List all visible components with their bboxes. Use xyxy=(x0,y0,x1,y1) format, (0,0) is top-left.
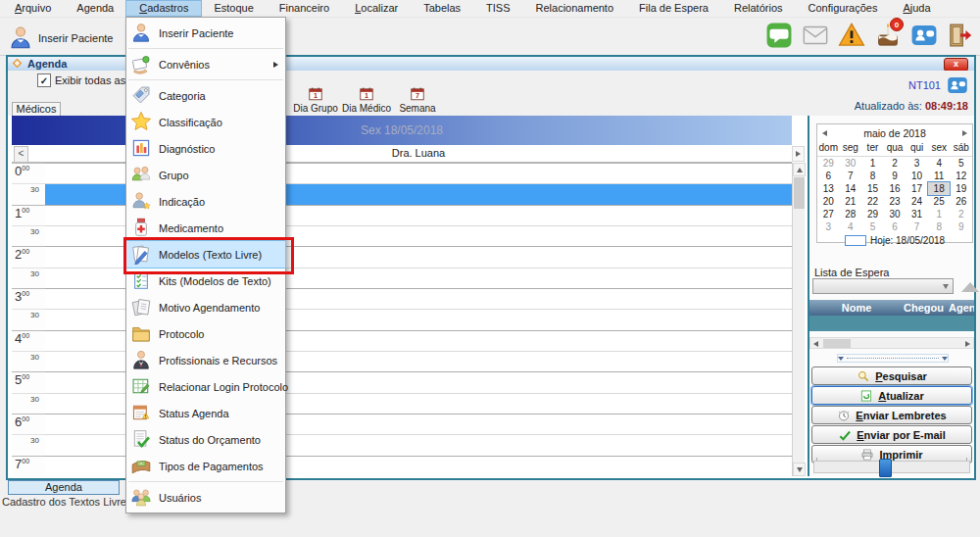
calendar-day[interactable]: 2 xyxy=(884,157,906,170)
calendar-day[interactable]: 2 xyxy=(950,208,972,220)
zoom-slider[interactable] xyxy=(813,461,970,473)
calendar-day[interactable]: 7 xyxy=(906,220,928,233)
calendar-day[interactable]: 15 xyxy=(861,182,884,195)
next-month-button[interactable] xyxy=(962,130,967,136)
menubar-item-configura-es[interactable]: Configurações xyxy=(796,1,891,16)
calendar-day[interactable]: 9 xyxy=(884,170,906,182)
calendar-day[interactable]: 24 xyxy=(906,195,928,208)
scroll-right-button[interactable] xyxy=(792,146,805,162)
calendar-day[interactable]: 10 xyxy=(906,170,928,182)
calendar-day[interactable]: 5 xyxy=(861,220,884,233)
calendar-day[interactable]: 12 xyxy=(950,170,972,182)
calendar-day[interactable]: 11 xyxy=(928,170,951,182)
calendar-day[interactable]: 4 xyxy=(840,220,862,233)
panel-splitter[interactable] xyxy=(837,354,949,363)
calendar-day[interactable]: 20 xyxy=(817,195,840,208)
birthday-icon-button[interactable]: 0 xyxy=(869,19,906,52)
menubar-item-fila-de-espera[interactable]: Fila de Espera xyxy=(626,1,721,16)
calendar-day[interactable]: 7 xyxy=(840,170,862,182)
enviar-lembretes-button[interactable]: Enviar Lembretes xyxy=(811,406,972,424)
view-button-semana[interactable]: 7Semana xyxy=(392,86,443,114)
calendar-day[interactable]: 16 xyxy=(884,182,906,195)
menu-item-grupo[interactable]: Grupo xyxy=(126,162,285,188)
menubar-item-estoque[interactable]: Estoque xyxy=(201,1,266,16)
menu-item-inserir-paciente[interactable]: Inserir Paciente xyxy=(126,20,285,46)
menu-item-motivo-agendamento[interactable]: Motivo Agendamento xyxy=(126,294,285,320)
menubar-item-agenda[interactable]: Agenda xyxy=(64,1,126,16)
menu-item-diagn-stico[interactable]: Diagnóstico xyxy=(126,135,285,162)
exit-icon-button[interactable] xyxy=(942,19,978,52)
calendar-day[interactable]: 3 xyxy=(906,157,928,170)
menubar-item-arquivo[interactable]: Arquivo xyxy=(2,1,64,16)
calendar-day[interactable]: 8 xyxy=(928,220,951,233)
menu-item-usu-rios[interactable]: Usuários xyxy=(126,484,285,511)
menu-item-categoria[interactable]: Categoria xyxy=(126,82,285,109)
menubar-item-tabelas[interactable]: Tabelas xyxy=(411,1,473,16)
calendar-day[interactable]: 6 xyxy=(817,170,840,182)
calendar-day[interactable]: 9 xyxy=(950,220,972,233)
menu-item-profissionais-e-recursos[interactable]: Profissionais e Recursos xyxy=(126,347,285,373)
menu-item-kits-modelos-de-texto-[interactable]: Kits (Modelos de Texto) xyxy=(126,268,285,294)
menu-item-protocolo[interactable]: Protocolo xyxy=(126,320,285,347)
calendar-day[interactable]: 30 xyxy=(884,208,906,220)
waiting-list-hscrollbar[interactable] xyxy=(809,337,974,349)
calendar-day[interactable]: 13 xyxy=(817,182,840,195)
calendar-day[interactable]: 27 xyxy=(817,208,840,220)
menubar-item-tiss[interactable]: TISS xyxy=(473,1,522,16)
calendar-day[interactable]: 14 xyxy=(840,182,862,195)
calendar-day[interactable]: 19 xyxy=(950,182,972,195)
menubar-item-relat-rios[interactable]: Relatórios xyxy=(721,1,796,16)
hscrollbar-thumb[interactable] xyxy=(823,339,851,348)
waiting-list-combobox[interactable] xyxy=(812,278,954,294)
view-button-dia-m-dico[interactable]: 1Dia Médico xyxy=(341,86,392,114)
calendar-day[interactable]: 31 xyxy=(906,208,928,220)
calendar-day[interactable]: 26 xyxy=(950,195,972,208)
calendar-day[interactable]: 5 xyxy=(950,157,972,170)
insert-patient-button[interactable]: Inserir Paciente xyxy=(2,22,119,55)
chat-icon-button[interactable] xyxy=(760,19,797,52)
menu-item-conv-nios[interactable]: Convênios xyxy=(126,51,285,77)
pesquisar-button[interactable]: Pesquisar xyxy=(811,366,972,385)
menubar-item-ajuda[interactable]: Ajuda xyxy=(890,1,943,16)
calendar-day-selected[interactable]: 18 xyxy=(928,182,951,195)
scroll-up-button[interactable] xyxy=(793,163,806,176)
calendar-day[interactable]: 22 xyxy=(861,195,884,208)
collapse-arrow-icon[interactable] xyxy=(961,282,979,292)
vertical-scrollbar[interactable] xyxy=(792,163,805,476)
scroll-left-button[interactable]: < xyxy=(14,146,28,163)
calendar-day[interactable]: 8 xyxy=(861,170,884,182)
calendar-day[interactable]: 21 xyxy=(840,195,862,208)
menubar-item-localizar[interactable]: Localizar xyxy=(342,1,411,16)
show-all-agendas-checkbox[interactable]: ✓ xyxy=(37,73,51,87)
calendar-day[interactable]: 17 xyxy=(906,182,928,195)
menu-item-tipos-de-pagamentos[interactable]: Tipos de Pagamentos xyxy=(126,453,285,479)
contacts-icon[interactable] xyxy=(947,74,968,98)
enviar-por-e-mail-button[interactable]: Enviar por E-mail xyxy=(811,425,972,444)
slider-thumb[interactable] xyxy=(879,459,892,477)
contacts-icon-button[interactable] xyxy=(906,19,942,52)
calendar-day[interactable]: 25 xyxy=(928,195,951,208)
calendar-day[interactable]: 3 xyxy=(817,220,840,233)
close-button[interactable]: x xyxy=(944,58,968,72)
waiting-list-row[interactable] xyxy=(809,316,974,331)
menu-item-status-do-or-amento[interactable]: Status do Orçamento xyxy=(126,426,285,453)
calendar-day[interactable]: 30 xyxy=(840,157,862,170)
menu-item-status-agenda[interactable]: Status Agenda xyxy=(126,400,285,426)
calendar-day[interactable]: 1 xyxy=(861,157,884,170)
view-button-dia-grupo[interactable]: 1Dia Grupo xyxy=(290,86,341,114)
menu-item-relacionar-login-protocolo[interactable]: Relacionar Login Protocolo xyxy=(126,373,285,400)
calendar-day[interactable]: 6 xyxy=(884,220,906,233)
scroll-down-button[interactable] xyxy=(793,463,806,476)
calendar-day[interactable]: 28 xyxy=(840,208,862,220)
tab-agenda-bottom[interactable]: Agenda xyxy=(8,480,120,495)
calendar-day[interactable]: 29 xyxy=(861,208,884,220)
calendar-day[interactable]: 1 xyxy=(928,208,951,220)
calendar-day[interactable]: 23 xyxy=(884,195,906,208)
menu-item-modelos-texto-livre-[interactable]: Modelos (Texto Livre) xyxy=(126,241,285,268)
menu-item-classifica-o[interactable]: Classificação xyxy=(126,109,285,135)
scrollbar-thumb[interactable] xyxy=(794,177,805,209)
atualizar-button[interactable]: Atualizar xyxy=(811,386,972,405)
menu-item-medicamento[interactable]: Medicamento xyxy=(126,215,285,241)
calendar-day[interactable]: 4 xyxy=(928,157,951,170)
warning-icon-button[interactable] xyxy=(833,19,869,52)
